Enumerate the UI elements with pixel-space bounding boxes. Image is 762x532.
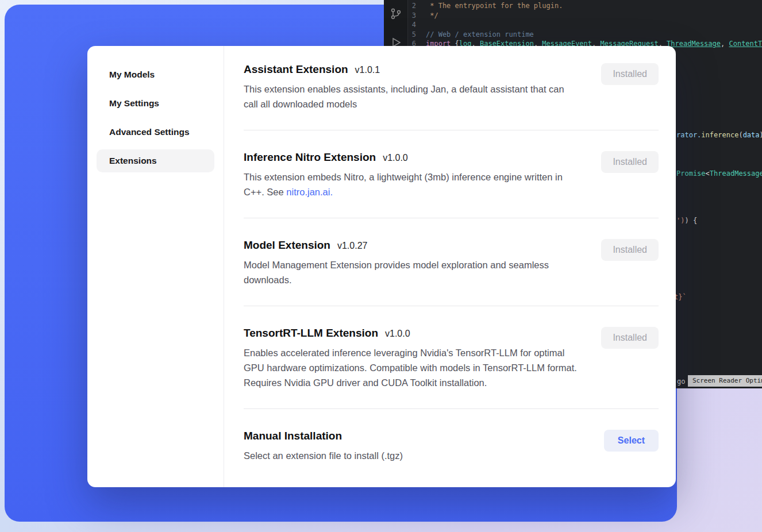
code-block: 2 * The entrypoint for the plugin.3 */45… <box>408 1 762 49</box>
extensions-list: Assistant Extension v1.0.1 This extensio… <box>224 46 676 487</box>
extension-row-nitro: Inference Nitro Extension v1.0.0 This ex… <box>244 130 659 218</box>
extension-description: This extension enables assistants, inclu… <box>244 82 577 111</box>
installed-button[interactable]: Installed <box>601 63 659 85</box>
extension-version: v1.0.0 <box>385 329 410 339</box>
code-line: 4 <box>408 20 762 30</box>
extension-version: v1.0.1 <box>355 65 380 75</box>
extension-title: Manual Installation <box>244 430 342 442</box>
screen-reader-notice[interactable]: Screen Reader Optimize <box>688 375 762 387</box>
extension-row-assistant: Assistant Extension v1.0.1 This extensio… <box>244 63 659 130</box>
extension-title: TensortRT-LLM Extension <box>244 327 378 340</box>
extension-version: v1.0.0 <box>383 153 408 163</box>
code-line: 2 * The entrypoint for the plugin. <box>408 1 762 11</box>
sidebar-item-my-models[interactable]: My Models <box>97 63 214 86</box>
extension-version: v1.0.27 <box>337 241 367 251</box>
extension-description: Enables accelerated inference leveraging… <box>244 345 577 390</box>
code-fragment: Promise<ThreadMessage> <box>676 169 762 178</box>
extension-title: Inference Nitro Extension <box>244 151 376 164</box>
settings-sidebar: My Models My Settings Advanced Settings … <box>87 46 224 487</box>
extension-description: Model Management Extension provides mode… <box>244 257 577 287</box>
extension-title: Model Extension <box>244 239 330 252</box>
sidebar-item-advanced-settings[interactable]: Advanced Settings <box>97 121 214 144</box>
code-fragment: t}` <box>674 293 687 301</box>
sidebar-item-extensions[interactable]: Extensions <box>97 149 214 172</box>
installed-button[interactable]: Installed <box>601 327 659 349</box>
extension-row-tensorrt: TensortRT-LLM Extension v1.0.0 Enables a… <box>244 306 659 409</box>
extension-row-manual-install: Manual Installation Select an extension … <box>244 409 659 481</box>
extension-description: Select an extension file to install (.tg… <box>244 448 403 463</box>
code-line: 5// Web / extension runtime <box>408 30 762 40</box>
code-fragment: ')) { <box>676 217 697 225</box>
installed-button[interactable]: Installed <box>601 151 659 173</box>
settings-modal: My Models My Settings Advanced Settings … <box>87 46 676 487</box>
status-bar-text: go <box>677 377 685 385</box>
extension-title: Assistant Extension <box>244 63 348 76</box>
extension-description: This extension embeds Nitro, a lightweig… <box>244 169 577 199</box>
select-file-button[interactable]: Select <box>604 430 659 452</box>
page: 2 * The entrypoint for the plugin.3 */45… <box>0 0 762 532</box>
installed-button[interactable]: Installed <box>601 239 659 261</box>
source-control-icon[interactable] <box>389 7 403 21</box>
extension-row-model: Model Extension v1.0.27 Model Management… <box>244 218 659 306</box>
nitro-jan-ai-link[interactable]: nitro.jan.ai. <box>286 187 333 197</box>
code-fragment: rator.inference(data)); <box>676 131 762 139</box>
sidebar-item-my-settings[interactable]: My Settings <box>97 92 214 115</box>
code-line: 3 */ <box>408 11 762 21</box>
